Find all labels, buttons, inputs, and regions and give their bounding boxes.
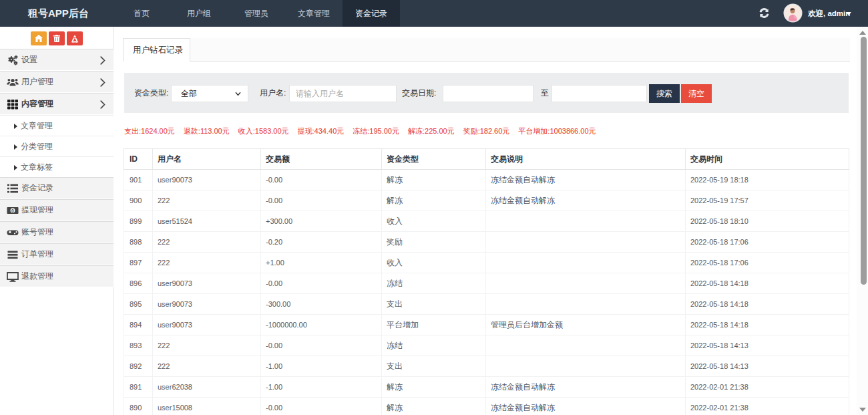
svg-text:0: 0 xyxy=(11,209,14,213)
